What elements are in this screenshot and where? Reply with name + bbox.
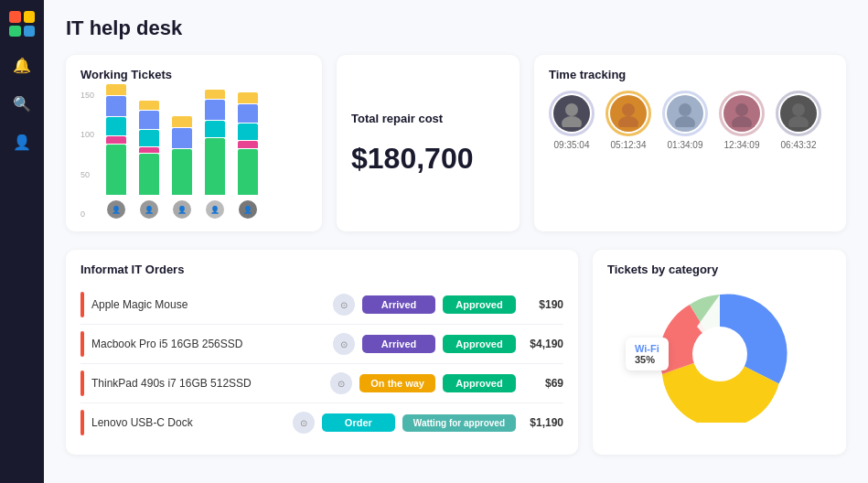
- time-avatar-ring-5: [776, 91, 821, 136]
- time-tracking-title: Time tracking: [549, 68, 831, 81]
- informat-orders-panel: Informat IT Orders Apple Magic Mouse ⊙ A…: [66, 250, 578, 455]
- sidebar: 🔔 🔍 👤: [0, 0, 44, 483]
- time-avatar-ring-4: [719, 91, 765, 136]
- svg-point-1: [562, 116, 582, 127]
- svg-point-7: [732, 116, 752, 127]
- time-avatars: 09:35:04 05:12:34: [549, 91, 831, 150]
- time-avatar-ring-1: [549, 91, 595, 136]
- time-label-2: 05:12:34: [611, 140, 647, 150]
- user-icon[interactable]: 👤: [12, 132, 32, 152]
- bar-group-4: 👤: [205, 90, 225, 219]
- order-status1-4[interactable]: Order: [322, 413, 395, 432]
- order-row-3: ThinkPad 490s i7 16GB 512SSD ⊙ On the wa…: [80, 364, 563, 403]
- bar-group-3: 👤: [172, 116, 192, 219]
- time-label-3: 01:34:09: [668, 140, 703, 150]
- time-avatar-img-1: [553, 95, 590, 132]
- svg-point-5: [675, 116, 695, 127]
- working-tickets-panel: Working Tickets 150 100 50 0: [66, 55, 322, 231]
- svg-point-2: [622, 103, 635, 116]
- order-icon-4: ⊙: [293, 412, 315, 434]
- order-icon-1: ⊙: [333, 294, 355, 316]
- page-title: IT help desk: [66, 16, 846, 40]
- tickets-by-category-panel: Tickets by category: [593, 250, 846, 455]
- time-person-1: 09:35:04: [549, 91, 595, 150]
- pie-label-box: Wi-Fi 35%: [626, 338, 669, 370]
- time-avatar-ring-3: [662, 91, 708, 136]
- order-name-4: Lenovo USB-C Dock: [91, 416, 285, 429]
- time-person-4: 12:34:09: [719, 91, 765, 150]
- order-row-2: Macbook Pro i5 16GB 256SSD ⊙ Arrived App…: [80, 325, 563, 364]
- time-avatar-img-2: [610, 95, 647, 132]
- bar-group-1: 👤: [106, 84, 126, 219]
- bottom-row: Informat IT Orders Apple Magic Mouse ⊙ A…: [66, 250, 846, 455]
- svg-point-3: [618, 116, 638, 127]
- time-person-3: 01:34:09: [662, 91, 708, 150]
- order-price-4: $1,190: [523, 416, 563, 429]
- time-avatar-ring-2: [605, 91, 651, 136]
- time-avatar-img-5: [780, 95, 817, 132]
- order-price-2: $4,190: [523, 338, 563, 350]
- search-icon[interactable]: 🔍: [12, 93, 32, 113]
- time-avatar-img-3: [667, 95, 703, 132]
- pie-label-pct: 35%: [635, 354, 659, 365]
- orders-title: Informat IT Orders: [80, 263, 563, 276]
- order-status2-2[interactable]: Approved: [443, 335, 516, 353]
- app-logo: [9, 11, 35, 37]
- order-status2-3[interactable]: Approved: [443, 374, 516, 392]
- total-repair-cost-panel: Total repair cost $180,700: [337, 55, 520, 231]
- bar-avatar-3: 👤: [173, 200, 191, 219]
- pie-chart-container: Wi-Fi 35%: [607, 285, 831, 423]
- time-person-2: 05:12:34: [605, 91, 651, 150]
- order-status1-1[interactable]: Arrived: [362, 295, 435, 314]
- bar-avatar-5: 👤: [239, 200, 257, 219]
- bar-group-5: 👤: [238, 92, 258, 219]
- order-indicator-3: [80, 370, 84, 396]
- time-avatar-img-4: [723, 95, 760, 132]
- cost-value: $180,700: [351, 142, 473, 176]
- bar-group-2: 👤: [139, 101, 159, 219]
- top-row: Working Tickets 150 100 50 0: [66, 55, 846, 231]
- working-tickets-title: Working Tickets: [80, 68, 307, 81]
- y-axis: 150 100 50 0: [80, 91, 94, 219]
- order-indicator-1: [80, 292, 84, 317]
- order-row-4: Lenovo USB-C Dock ⊙ Order Watting for ap…: [80, 403, 563, 442]
- pie-label-name: Wi-Fi: [635, 343, 659, 354]
- svg-point-0: [565, 103, 578, 116]
- svg-point-8: [792, 103, 805, 116]
- svg-point-4: [679, 103, 691, 116]
- order-name-1: Apple Magic Mouse: [91, 298, 326, 311]
- bar-avatar-4: 👤: [206, 200, 224, 219]
- total-repair-cost-title: Total repair cost: [351, 112, 443, 125]
- bar-avatar-1: 👤: [107, 200, 125, 219]
- order-icon-2: ⊙: [333, 333, 355, 355]
- bell-icon[interactable]: 🔔: [12, 55, 32, 75]
- order-price-3: $69: [523, 377, 563, 390]
- time-person-5: 06:43:32: [776, 91, 821, 150]
- order-status1-2[interactable]: Arrived: [362, 335, 435, 353]
- order-status1-3[interactable]: On the way: [359, 374, 435, 392]
- time-tracking-panel: Time tracking 09:35:04: [534, 55, 846, 231]
- order-indicator-2: [80, 331, 84, 357]
- time-label-1: 09:35:04: [554, 140, 590, 150]
- order-status2-1[interactable]: Approved: [443, 295, 516, 314]
- order-name-3: ThinkPad 490s i7 16GB 512SSD: [91, 377, 323, 390]
- svg-point-9: [788, 116, 809, 127]
- main-content: IT help desk Working Tickets 150 100 50 …: [44, 0, 868, 483]
- tickets-category-title: Tickets by category: [607, 263, 831, 276]
- svg-point-6: [735, 103, 748, 116]
- time-label-4: 12:34:09: [724, 140, 760, 150]
- bar-avatar-2: 👤: [140, 200, 158, 219]
- order-name-2: Macbook Pro i5 16GB 256SSD: [91, 338, 326, 350]
- order-indicator-4: [80, 410, 84, 435]
- order-row-1: Apple Magic Mouse ⊙ Arrived Approved $19…: [80, 285, 563, 325]
- order-icon-3: ⊙: [330, 372, 352, 394]
- order-status2-4[interactable]: Watting for approved: [402, 414, 516, 432]
- time-label-5: 06:43:32: [781, 140, 817, 150]
- order-price-1: $190: [523, 298, 563, 311]
